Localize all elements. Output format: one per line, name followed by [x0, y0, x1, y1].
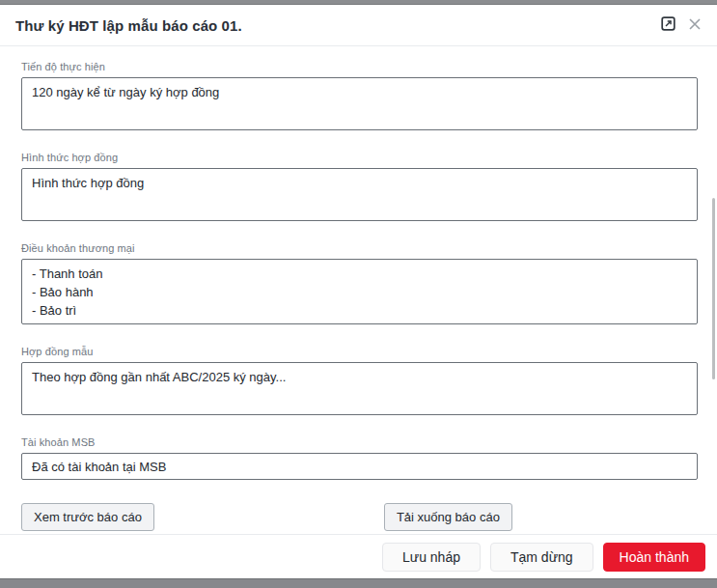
commercial-terms-textarea[interactable] — [21, 259, 698, 324]
modal-header: Thư ký HĐT lập mẫu báo cáo 01. — [0, 5, 717, 46]
field-label: Tiến độ thực hiện — [21, 61, 698, 72]
report-actions-row: Xem trước báo cáo Tải xuống báo cáo — [21, 503, 698, 531]
close-button[interactable] — [686, 16, 703, 34]
report-modal: Thư ký HĐT lập mẫu báo cáo 01. — [0, 5, 717, 578]
field-contract-form: Hình thức hợp đồng — [21, 152, 698, 221]
contract-template-textarea[interactable] — [21, 362, 698, 415]
header-icons — [659, 16, 703, 34]
field-label: Điều khoản thương mại — [21, 242, 698, 254]
field-commercial-terms: Điều khoản thương mại — [21, 242, 698, 324]
field-label: Tài khoản MSB — [21, 436, 698, 448]
screen: Thư ký HĐT lập mẫu báo cáo 01. — [0, 0, 717, 588]
download-report-button[interactable]: Tải xuống báo cáo — [384, 503, 512, 531]
field-label: Hình thức hợp đồng — [21, 152, 698, 163]
complete-button[interactable]: Hoàn thành — [603, 543, 705, 572]
contract-form-textarea[interactable] — [21, 168, 698, 221]
field-progress: Tiến độ thực hiện — [21, 61, 698, 130]
modal-title: Thư ký HĐT lập mẫu báo cáo 01. — [15, 17, 242, 34]
msb-account-input[interactable] — [21, 453, 698, 480]
field-label: Hợp đồng mẫu — [21, 346, 698, 357]
field-contract-template: Hợp đồng mẫu — [21, 346, 698, 415]
maximize-button[interactable] — [659, 16, 676, 34]
field-msb-account: Tài khoản MSB — [21, 436, 698, 480]
vertical-scrollbar[interactable] — [712, 198, 715, 379]
pause-button[interactable]: Tạm dừng — [490, 543, 593, 572]
maximize-icon — [661, 16, 676, 34]
modal-body: Tiến độ thực hiện Hình thức hợp đồng Điề… — [0, 46, 717, 534]
close-icon — [688, 17, 702, 34]
backdrop-bottom — [0, 578, 717, 588]
modal-footer: Lưu nháp Tạm dừng Hoàn thành — [0, 534, 717, 578]
save-draft-button[interactable]: Lưu nháp — [382, 543, 481, 572]
preview-report-button[interactable]: Xem trước báo cáo — [21, 503, 154, 531]
progress-textarea[interactable] — [21, 77, 698, 130]
